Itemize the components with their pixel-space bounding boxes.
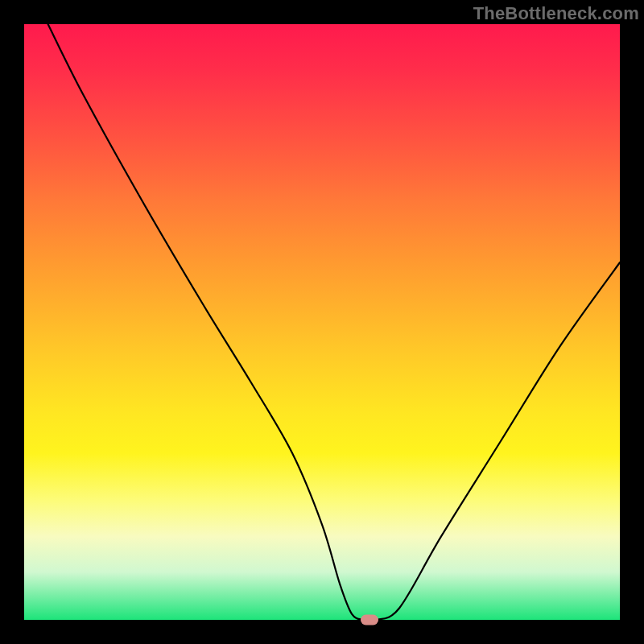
optimum-marker	[361, 615, 378, 625]
watermark-text: TheBottleneck.com	[473, 3, 639, 24]
bottleneck-curve	[48, 24, 620, 621]
curve-layer	[24, 24, 620, 620]
chart-frame: TheBottleneck.com	[0, 0, 644, 644]
